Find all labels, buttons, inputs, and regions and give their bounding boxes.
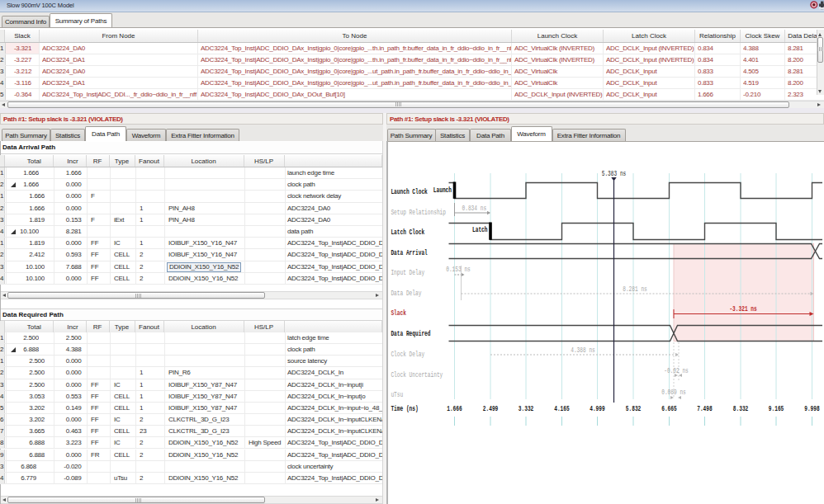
svg-text:8.281 ns: 8.281 ns <box>623 285 647 294</box>
svg-text:Clock Delay: Clock Delay <box>391 351 424 359</box>
svg-text:0.089 ns: 0.089 ns <box>661 389 686 397</box>
svg-text:Clock Uncertainty: Clock Uncertainty <box>391 371 443 379</box>
svg-text:-3.321 ns: -3.321 ns <box>729 305 756 313</box>
svg-text:0.153 ns: 0.153 ns <box>446 266 471 274</box>
svg-text:Launch: Launch <box>433 186 452 195</box>
svg-text:Latch: Latch <box>472 226 488 234</box>
svg-text:4.999: 4.999 <box>590 405 605 413</box>
svg-text:3.332: 3.332 <box>519 405 534 413</box>
svg-text:Data Delay: Data Delay <box>391 290 421 298</box>
svg-text:5.832: 5.832 <box>626 405 642 413</box>
svg-text:Slack: Slack <box>391 309 406 318</box>
svg-text:Setup Relationship: Setup Relationship <box>391 209 446 217</box>
svg-text:4.388 ns: 4.388 ns <box>571 346 595 355</box>
svg-text:Time (ns): Time (ns) <box>391 405 418 413</box>
svg-text:4.165: 4.165 <box>554 405 570 413</box>
svg-text:Data Required: Data Required <box>391 330 430 338</box>
svg-text:uTsu: uTsu <box>391 391 403 399</box>
svg-text:6.665: 6.665 <box>661 405 677 413</box>
svg-text:2.499: 2.499 <box>483 405 499 413</box>
svg-text:8.332: 8.332 <box>733 405 749 413</box>
svg-text:Input Delay: Input Delay <box>391 269 424 277</box>
svg-text:Data Arrival: Data Arrival <box>391 249 428 257</box>
svg-text:7.498: 7.498 <box>697 405 713 413</box>
svg-text:5.383 ns: 5.383 ns <box>602 170 627 178</box>
svg-text:-0.02 ns: -0.02 ns <box>664 367 689 375</box>
svg-text:9.998: 9.998 <box>804 405 820 413</box>
svg-text:9.165: 9.165 <box>769 405 784 413</box>
svg-text:1.666: 1.666 <box>447 405 462 413</box>
svg-text:Launch Clock: Launch Clock <box>391 188 428 196</box>
svg-text:0.834 ns: 0.834 ns <box>462 205 487 213</box>
svg-text:Latch Clock: Latch Clock <box>391 228 424 237</box>
